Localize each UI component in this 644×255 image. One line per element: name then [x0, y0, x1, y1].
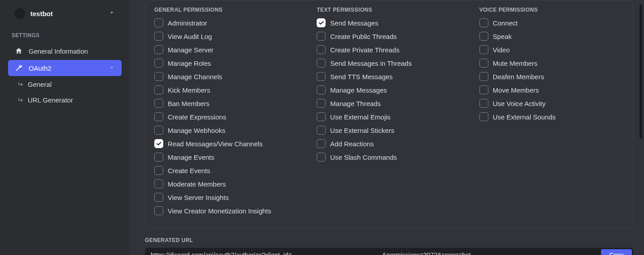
permission-label: Add Reactions	[330, 140, 374, 148]
permission-manage-webhooks[interactable]: Manage Webhooks	[154, 126, 299, 135]
app-title: testbot	[30, 10, 108, 17]
sidebar-item-oauth2-url-generator[interactable]: URL Generator	[8, 93, 122, 107]
permission-speak[interactable]: Speak	[479, 32, 624, 41]
checkbox[interactable]	[154, 166, 163, 175]
permission-manage-server[interactable]: Manage Server	[154, 45, 299, 54]
permission-deafen-members[interactable]: Deafen Members	[479, 72, 624, 81]
sidebar-item-general-information[interactable]: General Information	[8, 43, 122, 59]
permission-label: Connect	[493, 19, 518, 27]
checkbox[interactable]	[317, 126, 326, 135]
permission-kick-members[interactable]: Kick Members	[154, 85, 299, 94]
generated-url-input[interactable]	[145, 248, 601, 255]
checkbox[interactable]	[154, 18, 163, 27]
permission-label: Kick Members	[168, 86, 210, 94]
permission-view-server-insights[interactable]: View Server Insights	[154, 193, 299, 202]
checkbox[interactable]	[154, 179, 163, 188]
checkbox[interactable]	[154, 112, 163, 121]
checkbox[interactable]	[154, 206, 163, 215]
permission-label: Manage Roles	[168, 60, 211, 67]
permission-add-reactions[interactable]: Add Reactions	[317, 139, 461, 148]
permission-label: Use Voice Activity	[493, 100, 546, 107]
permission-manage-channels[interactable]: Manage Channels	[154, 72, 299, 81]
checkbox[interactable]	[479, 85, 488, 94]
permission-label: Move Members	[493, 86, 539, 94]
permission-manage-roles[interactable]: Manage Roles	[154, 59, 299, 68]
sidebar-item-oauth2-general[interactable]: General	[8, 77, 122, 92]
checkbox[interactable]	[154, 32, 163, 41]
permission-use-external-stickers[interactable]: Use External Stickers	[317, 126, 461, 135]
checkbox[interactable]	[317, 112, 326, 121]
permission-administrator[interactable]: Administrator	[154, 18, 299, 27]
app-selector[interactable]: testbot	[8, 4, 122, 23]
permission-label: Use External Sounds	[493, 113, 556, 121]
permission-send-messages[interactable]: Send Messages	[317, 18, 461, 27]
checkbox[interactable]	[317, 32, 326, 41]
permission-use-external-emojis[interactable]: Use External Emojis	[317, 112, 461, 121]
checkbox[interactable]	[154, 193, 163, 202]
permission-label: Manage Events	[168, 153, 214, 161]
permissions-column-general: GENERAL PERMISSIONS AdministratorView Au…	[154, 7, 299, 220]
permission-moderate-members[interactable]: Moderate Members	[154, 179, 299, 188]
permission-label: Moderate Members	[168, 180, 226, 188]
checkbox[interactable]	[479, 18, 488, 27]
permission-send-tts-messages[interactable]: Send TTS Messages	[317, 72, 461, 81]
checkbox[interactable]	[317, 85, 326, 94]
permission-move-members[interactable]: Move Members	[479, 85, 624, 94]
permission-label: Mute Members	[493, 60, 538, 67]
permission-create-public-threads[interactable]: Create Public Threads	[317, 32, 461, 41]
checkbox[interactable]	[154, 139, 163, 148]
sidebar-section-label: SETTINGS	[5, 29, 124, 42]
permission-send-messages-in-threads[interactable]: Send Messages in Threads	[317, 59, 461, 68]
permission-mute-members[interactable]: Mute Members	[479, 59, 624, 68]
permission-create-expressions[interactable]: Create Expressions	[154, 112, 299, 121]
permission-video[interactable]: Video	[479, 45, 624, 54]
checkbox[interactable]	[154, 72, 163, 81]
checkbox[interactable]	[154, 45, 163, 54]
copy-button[interactable]: Copy	[601, 249, 632, 255]
permission-create-events[interactable]: Create Events	[154, 166, 299, 175]
permission-use-slash-commands[interactable]: Use Slash Commands	[317, 153, 461, 162]
checkbox[interactable]	[479, 112, 488, 121]
column-header: GENERAL PERMISSIONS	[154, 7, 299, 13]
checkbox[interactable]	[154, 85, 163, 94]
permission-label: Create Public Threads	[330, 33, 397, 40]
checkbox[interactable]	[479, 59, 488, 68]
permission-manage-threads[interactable]: Manage Threads	[317, 99, 461, 108]
permission-view-audit-log[interactable]: View Audit Log	[154, 32, 299, 41]
permission-read-messages-view-channels[interactable]: Read Messages/View Channels	[154, 139, 299, 148]
checkbox[interactable]	[154, 59, 163, 68]
checkbox[interactable]	[317, 139, 326, 148]
permission-label: Manage Threads	[330, 100, 381, 107]
permission-manage-events[interactable]: Manage Events	[154, 153, 299, 162]
permission-connect[interactable]: Connect	[479, 18, 624, 27]
checkbox[interactable]	[154, 126, 163, 135]
chevron-down-icon	[108, 64, 115, 72]
permission-use-voice-activity[interactable]: Use Voice Activity	[479, 99, 624, 108]
permission-manage-messages[interactable]: Manage Messages	[317, 85, 461, 94]
sub-arrow-icon	[17, 96, 25, 104]
checkbox[interactable]	[317, 99, 326, 108]
checkbox[interactable]	[317, 45, 326, 54]
sidebar-item-label: General Information	[29, 47, 88, 55]
checkbox[interactable]	[479, 32, 488, 41]
sidebar-item-oauth2[interactable]: OAuth2	[8, 60, 122, 76]
permission-create-private-threads[interactable]: Create Private Threads	[317, 45, 461, 54]
checkbox[interactable]	[317, 153, 326, 162]
checkbox[interactable]	[317, 18, 326, 27]
permissions-column-voice: VOICE PERMISSIONS ConnectSpeakVideoMute …	[479, 7, 624, 220]
permission-use-external-sounds[interactable]: Use External Sounds	[479, 112, 624, 121]
scrollbar[interactable]	[640, 4, 642, 139]
checkbox[interactable]	[154, 153, 163, 162]
checkbox[interactable]	[479, 72, 488, 81]
permission-view-creator-monetization-insights[interactable]: View Creator Monetization Insights	[154, 206, 299, 215]
permission-ban-members[interactable]: Ban Members	[154, 99, 299, 108]
checkbox[interactable]	[317, 59, 326, 68]
checkbox[interactable]	[479, 45, 488, 54]
column-header: TEXT PERMISSIONS	[317, 7, 461, 13]
checkbox[interactable]	[317, 72, 326, 81]
permissions-box: GENERAL PERMISSIONS AdministratorView Au…	[145, 0, 633, 228]
checkbox[interactable]	[154, 99, 163, 108]
sidebar-item-label: General	[28, 81, 51, 88]
checkbox[interactable]	[479, 99, 488, 108]
permission-label: Ban Members	[168, 100, 209, 107]
